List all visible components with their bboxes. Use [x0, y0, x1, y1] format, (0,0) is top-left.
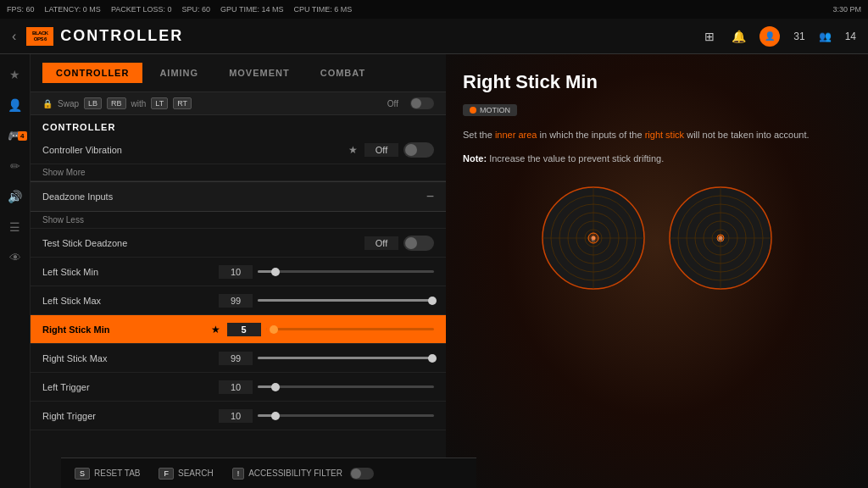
reset-tab-button[interactable]: S RESET TAB	[70, 465, 145, 482]
show-less-label: Show Less	[42, 215, 84, 225]
right-stick-min-slider[interactable]	[266, 328, 435, 330]
bottom-bar: S RESET TAB F SEARCH ! ACCESSIBILITY FIL…	[61, 458, 476, 488]
search-button[interactable]: F SEARCH	[153, 465, 218, 482]
right-stick-max-value: 99	[219, 352, 253, 365]
right-trigger-slider[interactable]	[258, 414, 434, 417]
sidebar-item-controller[interactable]: 🎮 4	[3, 124, 27, 147]
filter-button[interactable]: ! ACCESSIBILITY FILTER	[227, 465, 379, 482]
right-trigger-value: 10	[219, 409, 253, 423]
swap-with-label: with	[131, 99, 147, 108]
left-stick-max-label: Left Stick Max	[42, 296, 219, 306]
vibration-toggle[interactable]	[403, 142, 434, 158]
vibration-label: Controller Vibration	[42, 145, 348, 155]
deadzone-visualizer: L R	[463, 183, 851, 293]
sidebar-item-audio[interactable]: 🔊	[3, 185, 27, 208]
reset-key: S	[75, 468, 90, 480]
swap-label: Swap	[58, 99, 79, 108]
left-stick-min-value: 10	[219, 265, 253, 279]
show-more-label: Show More	[42, 168, 86, 177]
sidebar-item-edit[interactable]: ✏	[3, 154, 27, 178]
left-trigger-value: 10	[219, 380, 253, 394]
logo-box: BLACKOPS 6	[26, 27, 53, 46]
back-button[interactable]: ‹	[12, 29, 16, 44]
right-panel: Right Stick Min MOTION Set the inner are…	[446, 54, 868, 488]
left-stick-max-slider[interactable]	[258, 299, 434, 302]
search-label: SEARCH	[178, 469, 214, 478]
left-stick-max-value: 99	[219, 294, 253, 308]
test-stick-label: Test Stick Deadzone	[42, 238, 364, 248]
right-trigger-label: Right Trigger	[42, 411, 219, 421]
right-stick-max-label: Right Stick Max	[42, 353, 219, 363]
user-count: 31	[793, 30, 804, 42]
left-stick-max-row[interactable]: Left Stick Max 99	[31, 286, 446, 315]
test-stick-row[interactable]: Test Stick Deadzone Off	[31, 229, 446, 258]
left-trigger-slider[interactable]	[258, 385, 434, 388]
filter-label: ACCESSIBILITY FILTER	[248, 469, 342, 478]
right-stick-min-value: 5	[227, 323, 261, 336]
vibration-star[interactable]: ★	[348, 144, 358, 156]
test-stick-toggle[interactable]	[403, 236, 434, 251]
badge-dot	[470, 107, 476, 114]
right-stick-visualizer: R	[665, 183, 776, 293]
logo: BLACKOPS 6 CONTROLLER	[26, 27, 183, 46]
header: ‹ BLACKOPS 6 CONTROLLER ⊞ 🔔 👤 31 👥 14	[0, 19, 868, 54]
right-stick-highlight: right stick	[645, 130, 684, 140]
svg-text:L: L	[592, 236, 596, 243]
right-stick-min-label: Right Stick Min	[42, 324, 211, 335]
note-prefix: Note:	[463, 153, 487, 164]
tab-movement[interactable]: MOVEMENT	[215, 63, 303, 83]
collapse-icon[interactable]: −	[426, 189, 434, 204]
bell-icon[interactable]: 🔔	[731, 29, 746, 44]
sidebar: ★ 👤 🎮 4 ✏ 🔊 ☰ 👁	[0, 54, 31, 488]
panel-description: Set the inner area in which the inputs o…	[463, 128, 851, 143]
right-stick-min-row[interactable]: Right Stick Min ★ 5	[31, 315, 446, 344]
sidebar-item-accessibility[interactable]: 👁	[3, 246, 27, 269]
swap-row: 🔒 Swap LB RB with LT RT Off	[31, 92, 446, 115]
controller-badge: 4	[18, 131, 26, 141]
clock: 3:30 PM	[832, 5, 861, 14]
latency-counter: LATENCY: 0 MS	[45, 5, 101, 14]
search-key: F	[159, 468, 174, 480]
vibration-value: Off	[364, 143, 398, 157]
show-less-toggle[interactable]: Show Less	[31, 212, 446, 229]
svg-text:R: R	[718, 236, 723, 243]
swap-toggle[interactable]	[410, 97, 434, 109]
filter-toggle[interactable]	[350, 468, 374, 480]
note-text: Increase the value to prevent stick drif…	[489, 153, 664, 164]
left-stick-min-slider[interactable]	[258, 270, 434, 273]
avatar[interactable]: 👤	[760, 26, 780, 47]
right-stick-max-slider[interactable]	[258, 357, 434, 359]
right-trigger-row[interactable]: Right Trigger 10	[31, 402, 446, 430]
sidebar-item-favorites[interactable]: ★	[3, 63, 27, 86]
reset-label: RESET TAB	[94, 469, 140, 478]
sidebar-item-profile[interactable]: 👤	[3, 93, 27, 117]
tab-aiming[interactable]: AIMING	[146, 63, 212, 83]
grid-icon[interactable]: ⊞	[702, 29, 717, 44]
tab-combat[interactable]: COMBAT	[307, 63, 379, 83]
friend-count: 14	[845, 30, 856, 42]
deadzone-header[interactable]: Deadzone Inputs −	[31, 181, 446, 212]
lock-icon: 🔒	[42, 99, 53, 108]
filter-key: !	[232, 468, 245, 480]
packet-loss: PACKET LOSS: 0	[111, 5, 172, 14]
fps-counter: FPS: 60	[7, 5, 35, 14]
vibration-row[interactable]: Controller Vibration ★ Off	[31, 136, 446, 164]
right-stick-min-star[interactable]: ★	[211, 324, 220, 336]
left-stick-min-row[interactable]: Left Stick Min 10	[31, 258, 446, 286]
panel-badge: MOTION	[463, 104, 517, 116]
badge-label: MOTION	[480, 106, 510, 114]
swap-btn3: LT	[151, 97, 168, 109]
swap-value: Off	[387, 99, 398, 108]
panel-note: Note: Increase the value to prevent stic…	[463, 152, 851, 167]
sidebar-item-menu[interactable]: ☰	[3, 215, 27, 239]
test-stick-value: Off	[364, 236, 398, 250]
left-trigger-row[interactable]: Left Trigger 10	[31, 373, 446, 402]
gpu-time: GPU TIME: 14 MS	[220, 5, 283, 14]
tab-controller[interactable]: CONTROLLER	[42, 63, 142, 83]
show-more-toggle[interactable]: Show More	[31, 164, 446, 181]
left-stick-min-label: Left Stick Min	[42, 267, 219, 277]
friend-icon: 👥	[819, 30, 832, 42]
panel-title: Right Stick Min	[463, 71, 851, 93]
settings-scroll-area[interactable]: Test Stick Deadzone Off Left Stick Min 1…	[31, 229, 446, 488]
right-stick-max-row[interactable]: Right Stick Max 99	[31, 344, 446, 373]
